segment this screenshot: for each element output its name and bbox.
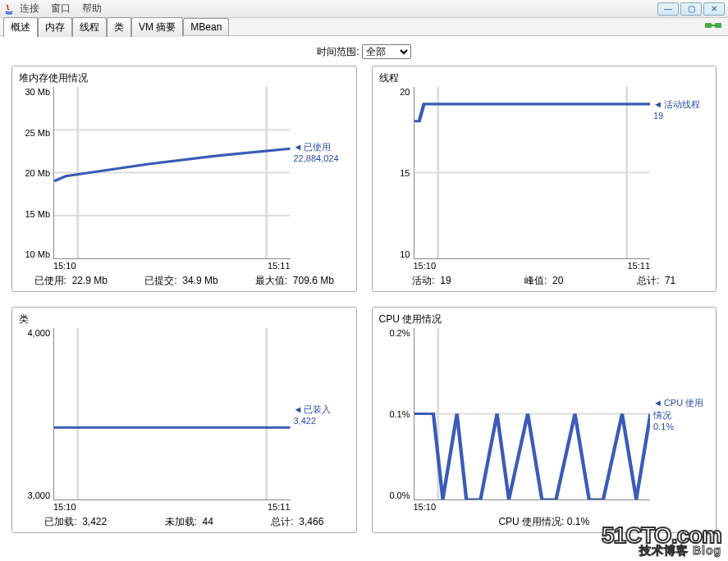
cpu-chart[interactable] [414,328,651,500]
maximize-button[interactable]: ▢ [680,2,702,16]
threads-panel: 线程 20 15 10 ◄活动线程 19 [372,66,717,292]
title-bar: 连接 窗口 帮助 — ▢ ✕ [0,0,728,18]
threads-chart[interactable] [414,87,651,259]
cpu-x-axis: 15:10 [379,500,710,512]
heap-y-axis: 30 Mb 25 Mb 20 Mb 15 Mb 10 Mb [19,87,53,259]
heap-panel: 堆内存使用情况 30 Mb 25 Mb 20 Mb 15 Mb 10 Mb ◄已 [11,66,357,292]
menu-window[interactable]: 窗口 [51,2,71,16]
tab-memory[interactable]: 内存 [38,17,72,37]
heap-chart[interactable] [53,87,291,259]
heap-x-axis: 15:10 15:11 [19,259,350,271]
svg-rect-2 [712,25,715,26]
close-button[interactable]: ✕ [703,2,725,16]
menu-help[interactable]: 帮助 [82,2,102,16]
time-range-select[interactable]: 全部 [362,44,411,59]
classes-loaded-label: ◄已装入 3,422 [291,328,350,500]
heap-used-label: ◄已使用 22,884,024 [291,87,350,259]
menu-connect[interactable]: 连接 [20,2,39,16]
tab-bar: 概述 内存 线程 类 VM 摘要 MBean [0,18,728,36]
content-area: 时间范围: 全部 堆内存使用情况 30 Mb 25 Mb 20 Mb 15 Mb… [0,36,728,541]
watermark: 51CTO.com 技术博客 Blog [602,525,721,556]
classes-stats: 已加载: 3,422 未加载: 44 总计: 3,466 [19,515,350,529]
connection-icon [705,20,721,31]
tab-overview[interactable]: 概述 [3,17,38,38]
time-range-label: 时间范围: [317,46,359,57]
classes-panel: 类 4,000 3,000 ◄已装入 3,422 15:1 [11,307,357,533]
heap-stats: 已使用: 22.9 Mb 已提交: 34.9 Mb 最大值: 709.6 Mb [19,274,350,288]
tab-threads[interactable]: 线程 [72,17,107,37]
tab-vm[interactable]: VM 摘要 [131,17,183,37]
classes-chart[interactable] [53,328,291,500]
tab-classes[interactable]: 类 [107,17,131,37]
threads-title: 线程 [379,71,710,85]
heap-title: 堆内存使用情况 [19,71,350,85]
cpu-title: CPU 使用情况 [379,312,710,326]
minimize-button[interactable]: — [657,2,679,16]
classes-y-axis: 4,000 3,000 [19,328,53,500]
threads-live-label: ◄活动线程 19 [650,87,709,259]
threads-stats: 活动: 19 峰值: 20 总计: 71 [379,274,710,288]
threads-x-axis: 15:10 15:11 [379,259,710,271]
time-range-control: 时间范围: 全部 [11,44,717,59]
svg-rect-1 [715,23,721,28]
svg-rect-0 [705,23,712,28]
classes-x-axis: 15:10 15:11 [19,500,350,512]
cpu-usage-label: ◄CPU 使用情况 0.1% [650,328,709,500]
java-icon [3,3,15,15]
threads-y-axis: 20 15 10 [379,87,414,259]
tab-mbean[interactable]: MBean [183,18,229,35]
classes-title: 类 [19,312,350,326]
cpu-panel: CPU 使用情况 0.2% 0.1% 0.0% ◄CPU 使用情况 0.1% [372,307,717,533]
cpu-y-axis: 0.2% 0.1% 0.0% [379,328,414,500]
